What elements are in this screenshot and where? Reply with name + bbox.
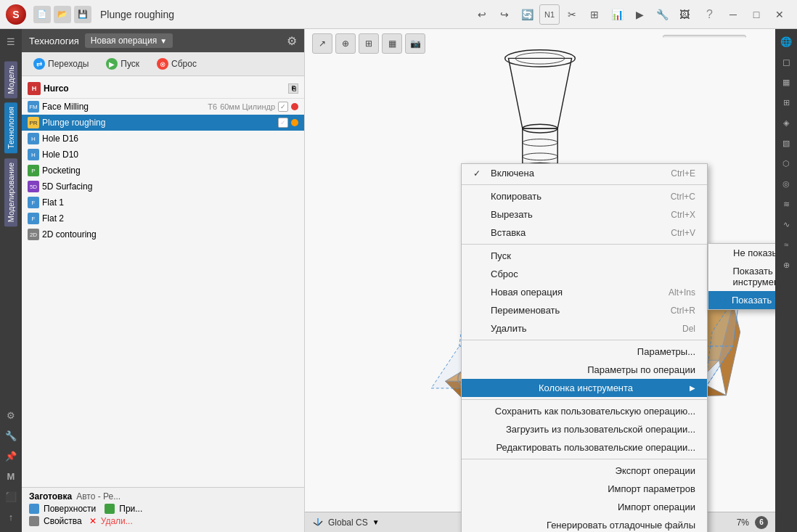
- delete-icon: ✕: [89, 516, 97, 526]
- cut-view-icon[interactable]: ✂: [562, 4, 582, 25]
- square-icon[interactable]: ⬛: [1, 487, 20, 506]
- rs-view1-icon[interactable]: ⊞: [777, 93, 796, 112]
- vp-select-icon[interactable]: ▦: [382, 33, 402, 54]
- plunge-roughing-checkbox[interactable]: ✓: [278, 118, 288, 128]
- minimize-button[interactable]: ─: [722, 3, 745, 26]
- help-icon[interactable]: ?: [706, 8, 713, 21]
- rs-globe-icon[interactable]: 🌐: [777, 32, 796, 51]
- root-copy-icon[interactable]: ⎘: [288, 83, 298, 94]
- ctx-enabled[interactable]: ✓ Включена Ctrl+E: [462, 164, 707, 182]
- ctx-edit-custom[interactable]: Редактировать пользовательские операции.…: [462, 438, 707, 457]
- rs-pattern-icon[interactable]: ≋: [777, 195, 796, 213]
- coord-dropdown-arrow-icon[interactable]: ▼: [372, 518, 380, 526]
- op-pocketing[interactable]: P Pocketing: [22, 163, 304, 179]
- maximize-button[interactable]: □: [745, 3, 768, 26]
- rs-path-icon[interactable]: ∿: [777, 215, 796, 234]
- submenu-show-id[interactable]: Показать ID инструмента: [708, 291, 775, 309]
- operation-tree: H Hurco ⎘ FM Face Milling Т6 60мм Цилинд…: [22, 76, 304, 487]
- open-file-icon[interactable]: 📂: [54, 6, 71, 23]
- vp-grid2-icon[interactable]: ⊞: [359, 33, 379, 54]
- rs-box-icon[interactable]: ◻: [777, 52, 796, 71]
- rs-layers-icon[interactable]: ▦: [777, 73, 796, 91]
- ctx-delete[interactable]: Удалить Del: [462, 319, 707, 337]
- n1-icon[interactable]: N1: [539, 4, 560, 25]
- op-5d-surfacing[interactable]: 5D 5D Surfacing: [22, 179, 304, 195]
- ctx-rename[interactable]: Переименовать Ctrl+R: [462, 301, 707, 319]
- new-operation-button[interactable]: Новая операция ▼: [85, 33, 173, 48]
- tab-modeling[interactable]: Моделирование: [4, 158, 17, 226]
- plunge-roughing-icon: PR: [28, 117, 39, 128]
- machine-icon[interactable]: 🔧: [652, 4, 672, 25]
- pin-icon[interactable]: 📌: [1, 446, 20, 465]
- render-icon[interactable]: 🖼: [674, 4, 695, 25]
- vp-snap-icon[interactable]: ⊕: [335, 33, 356, 54]
- rs-part-icon[interactable]: ⬡: [777, 154, 796, 173]
- start-button[interactable]: ▶ Пуск: [102, 56, 144, 72]
- ctx-save-custom[interactable]: Сохранить как пользовательскую операцию.…: [462, 402, 707, 420]
- tab-model[interactable]: Модель: [4, 61, 17, 98]
- plunge-roughing-status: [291, 119, 298, 126]
- rotate-icon[interactable]: 🔄: [517, 4, 537, 25]
- hurco-root[interactable]: H Hurco ⎘: [22, 79, 304, 99]
- ctx-params[interactable]: Параметры...: [462, 343, 707, 361]
- ctx-gen-debug[interactable]: Генерировать отладочные файлы: [462, 516, 707, 532]
- submenu-show-num[interactable]: Показать номер инструмента: [708, 262, 775, 291]
- m-icon[interactable]: M: [1, 467, 20, 486]
- tech-panel-header: Технология Новая операция ▼ ⚙: [22, 29, 304, 52]
- ctx-paste[interactable]: Вставка Ctrl+V: [462, 224, 707, 242]
- ctx-import-op[interactable]: Импорт операции: [462, 498, 707, 516]
- op-flat-2[interactable]: F Flat 2: [22, 210, 304, 226]
- ctx-start[interactable]: Пуск: [462, 247, 707, 265]
- reset-button[interactable]: ⊗ Сброс: [152, 56, 201, 72]
- viewport: ↗ ⊕ ⊞ ▦ 📷 Динамический ▼: [305, 29, 775, 532]
- ctx-new-op[interactable]: Новая операция Alt+Ins: [462, 283, 707, 301]
- gear-button[interactable]: ⚙: [287, 34, 297, 48]
- ctx-reset[interactable]: Сброс: [462, 265, 707, 283]
- op-2d-contouring[interactable]: 2D 2D contouring: [22, 226, 304, 242]
- new-file-icon[interactable]: 📄: [33, 6, 51, 23]
- op-hole-d10[interactable]: H Hole D10: [22, 147, 304, 163]
- rs-chart-icon[interactable]: ≈: [777, 235, 796, 254]
- ctx-copy[interactable]: Копировать Ctrl+C: [462, 187, 707, 205]
- ctx-export-op[interactable]: Экспорт операции: [462, 462, 707, 480]
- arrow-up-icon[interactable]: ↑: [1, 507, 20, 526]
- submenu-no-show[interactable]: Не показывать: [708, 244, 775, 262]
- transitions-button[interactable]: ⇄ Переходы: [29, 56, 93, 72]
- tech-panel: Технология Новая операция ▼ ⚙ ⇄ Переходы…: [22, 29, 305, 532]
- sidebar-menu-icon[interactable]: ☰: [1, 32, 20, 51]
- coord-icon: [312, 517, 324, 528]
- ctx-load-custom[interactable]: Загрузить из пользовательской операции..…: [462, 420, 707, 438]
- face-milling-checkbox[interactable]: ✓: [278, 102, 288, 112]
- ctx-import-params[interactable]: Импорт параметров: [462, 480, 707, 498]
- vp-arrow-icon[interactable]: ↗: [312, 33, 332, 54]
- vp-camera-icon[interactable]: 📷: [405, 33, 425, 54]
- op-face-milling[interactable]: FM Face Milling Т6 60мм Цилиндр ✓: [22, 99, 304, 115]
- ctx-cut[interactable]: Вырезать Ctrl+X: [462, 205, 707, 224]
- hurco-icon: H: [28, 82, 41, 95]
- dropdown-arrow-icon: ▼: [160, 37, 167, 45]
- grid-icon[interactable]: ⊞: [584, 4, 605, 25]
- workpiece-row: Заготовка Авто - Ре...: [29, 491, 297, 502]
- preview-icon: [105, 504, 115, 514]
- op-hole-d16[interactable]: H Hole D16: [22, 131, 304, 147]
- rs-view3-icon[interactable]: ▧: [777, 134, 796, 152]
- ctx-params-op[interactable]: Параметры по операции: [462, 361, 707, 379]
- num-badge[interactable]: 6: [755, 516, 768, 529]
- tab-technology[interactable]: Технология: [4, 102, 17, 153]
- undo-icon[interactable]: ↩: [472, 4, 492, 25]
- rs-view2-icon[interactable]: ◈: [777, 113, 796, 132]
- settings-icon[interactable]: ⚙: [1, 406, 20, 425]
- submenu: Не показывать Показать номер инструмента…: [708, 243, 775, 310]
- simulate-icon[interactable]: ▶: [629, 4, 650, 25]
- close-button[interactable]: ✕: [768, 3, 791, 26]
- rs-map-icon[interactable]: ⊕: [777, 255, 796, 274]
- tools-icon[interactable]: 🔧: [1, 426, 20, 445]
- chart-icon[interactable]: 📊: [607, 4, 627, 25]
- rs-hide-icon[interactable]: ◎: [777, 174, 796, 193]
- op-flat-1[interactable]: F Flat 1: [22, 195, 304, 210]
- surface-icon: [29, 504, 39, 514]
- redo-icon[interactable]: ↪: [494, 4, 515, 25]
- ctx-tool-column[interactable]: Колонка инструмента ▶: [462, 379, 707, 397]
- op-plunge-roughing[interactable]: PR Plunge roughing ✓: [22, 115, 304, 131]
- save-file-icon[interactable]: 💾: [74, 6, 91, 23]
